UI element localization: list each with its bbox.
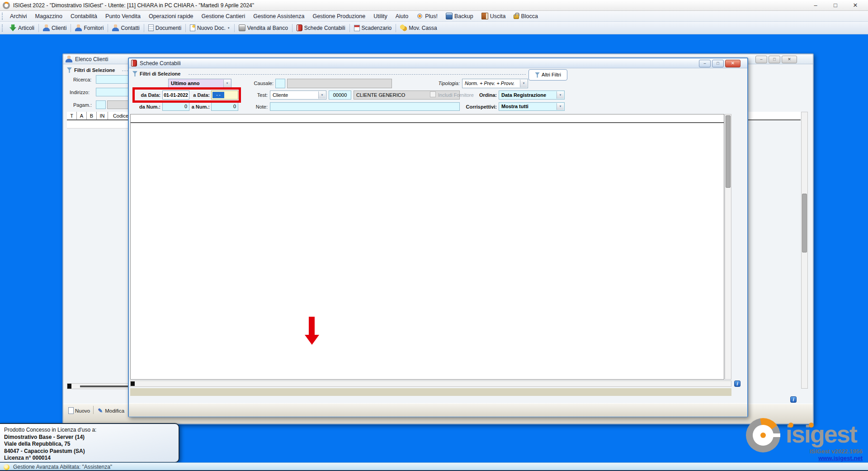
website-link[interactable]: www.isigest.net: [781, 455, 863, 461]
column-header[interactable]: A: [77, 112, 87, 119]
schede-minimize-button[interactable]: –: [699, 60, 711, 67]
chevron-down-icon[interactable]: ▼: [223, 80, 231, 87]
toolbar-fornitori[interactable]: Fornitori: [71, 23, 107, 33]
scrollbar-thumb[interactable]: [726, 115, 731, 188]
chevron-down-icon[interactable]: ▼: [318, 91, 326, 99]
toolbar-items: ArticoliClientiFornitoriContattiDocument…: [6, 23, 441, 33]
menu-aiuto[interactable]: Aiuto: [392, 11, 413, 22]
elenco-nuovo-button[interactable]: Nuovo: [66, 406, 92, 415]
close-button[interactable]: ✕: [845, 0, 865, 10]
main-title-bar: ISIGest 2022 - "Dimostrativo ISIGest" - …: [0, 0, 868, 11]
chevron-down-icon[interactable]: ▼: [520, 80, 527, 87]
toolbar-clienti[interactable]: Clienti: [39, 23, 70, 33]
menu-archivi[interactable]: Archivi: [6, 11, 31, 22]
column-header[interactable]: IN: [97, 112, 108, 119]
info-icon[interactable]: i: [734, 381, 741, 387]
ledger-icon: [131, 60, 137, 67]
schede-title-bar[interactable]: Schede Contabili – □ ✕: [129, 58, 747, 68]
schede-table: [130, 114, 724, 380]
menu-utility[interactable]: Utility: [369, 11, 392, 22]
toolbar-schede-contabili[interactable]: Schede Contabili: [293, 23, 349, 33]
causale-desc: [287, 79, 392, 88]
da-data-input[interactable]: 01-01-2022: [162, 90, 189, 100]
menu-backup[interactable]: Backup: [442, 11, 477, 22]
schede-close-button[interactable]: ✕: [725, 60, 741, 67]
elenco-modifica-button[interactable]: ✎Modifica: [94, 406, 127, 415]
a-data-input[interactable]: - -: [211, 90, 238, 100]
period-select[interactable]: Ultimo anno▼: [168, 79, 231, 88]
ordina-label: Ordina:: [473, 92, 497, 98]
main-toolbar: ArticoliClientiFornitoriContattiDocument…: [0, 22, 868, 34]
schede-maximize-button[interactable]: □: [712, 60, 724, 67]
logo-dot: [788, 423, 793, 428]
selected-text: - -: [212, 92, 224, 98]
scrollbar-line: [80, 385, 131, 387]
maximize-button[interactable]: □: [826, 0, 845, 10]
toolbar-label: Schede Contabili: [304, 25, 345, 31]
filter-icon: [67, 67, 72, 73]
menu-magazzino[interactable]: Magazzino: [31, 11, 66, 22]
toolbar-documenti[interactable]: Documenti: [145, 23, 185, 33]
column-header[interactable]: T: [67, 112, 77, 119]
da-num-input[interactable]: 0: [162, 102, 189, 111]
chevron-down-icon[interactable]: ▼: [557, 91, 564, 99]
license-line: Licenza n° 000014: [4, 455, 174, 462]
pagam-input[interactable]: [96, 100, 106, 109]
a-num-input[interactable]: 0: [211, 102, 238, 111]
divider: [396, 24, 396, 32]
divider: [185, 24, 186, 32]
menu-contabilit[interactable]: Contabilità: [66, 11, 101, 22]
menu-uscita[interactable]: Uscita: [477, 11, 510, 22]
info-icon[interactable]: i: [790, 396, 797, 403]
column-header[interactable]: B: [87, 112, 97, 119]
toolbar-vendita-al-banco[interactable]: Vendita al Banco: [235, 23, 292, 33]
tipologia-select[interactable]: Norm. + Prev. + Provv.▼: [462, 79, 528, 88]
menu-gestione-cantieri[interactable]: Gestione Cantieri: [198, 11, 250, 22]
minimize-button[interactable]: –: [806, 0, 826, 10]
schede-toolbar: [129, 403, 747, 417]
causale-input[interactable]: [275, 79, 285, 88]
toolbar-scadenzario[interactable]: Scadenzario: [350, 23, 396, 33]
vendita-al-banco-icon: [239, 24, 245, 31]
menu-operazioni-rapide[interactable]: Operazioni rapide: [145, 11, 198, 22]
menu-grip: [2, 13, 4, 20]
menu-blocca[interactable]: Blocca: [509, 11, 542, 22]
note-input[interactable]: [270, 102, 460, 111]
ordina-select[interactable]: Data Registrazione▼: [499, 90, 565, 100]
menu-plus[interactable]: Plus!: [412, 11, 442, 22]
scrollbar-thumb[interactable]: [802, 194, 807, 252]
toolbar-label: Nuovo Doc.: [197, 25, 226, 31]
scrollbar-thumb[interactable]: [131, 381, 135, 386]
menu-gestione-produzione[interactable]: Gestione Produzione: [308, 11, 369, 22]
main-window-title: ISIGest 2022 - "Dimostrativo ISIGest" - …: [13, 2, 254, 9]
elenco-minimize-button[interactable]: –: [755, 56, 767, 63]
toolbar-articoli[interactable]: Articoli: [6, 23, 38, 33]
divider: [71, 24, 71, 32]
chevron-down-icon[interactable]: ▼: [557, 103, 564, 110]
elenco-vscrollbar[interactable]: [801, 112, 808, 389]
toolbar-mov-cassa[interactable]: Mov. Cassa: [396, 23, 440, 33]
note-label: Note:: [251, 104, 268, 109]
red-arrow-head: [305, 335, 319, 345]
corrispettivi-select[interactable]: Mostra tutti▼: [499, 102, 565, 111]
divider: [144, 24, 144, 32]
includi-fornitore-checkbox[interactable]: [430, 91, 436, 97]
includi-fornitore-label: Includi Fornitore: [438, 92, 474, 98]
toolbar-contatti[interactable]: Contatti: [108, 23, 143, 33]
schede-hscrollbar[interactable]: [130, 381, 731, 387]
elenco-maximize-button[interactable]: □: [769, 56, 780, 63]
schede-table-header: [131, 114, 724, 123]
test-select[interactable]: Cliente▼: [270, 90, 326, 100]
menu-punto-vendita[interactable]: Punto Vendita: [101, 11, 145, 22]
status-text: Gestione Avanzata Abilitata: "Assistenza…: [13, 464, 112, 470]
contatti-icon: [112, 24, 119, 31]
menu-items: ArchiviMagazzinoContabilitàPunto Vendita…: [6, 11, 542, 22]
test-code-input[interactable]: 00000: [329, 90, 351, 100]
elenco-close-button[interactable]: ✕: [782, 56, 797, 63]
scrollbar-thumb[interactable]: [67, 384, 71, 389]
schede-vscrollbar[interactable]: [725, 114, 731, 380]
toolbar-nuovo-doc[interactable]: Nuovo Doc.▼: [186, 23, 234, 33]
menu-gestione-assistenza[interactable]: Gestione Assistenza: [249, 11, 308, 22]
altri-filtri-button[interactable]: Altri Filtri: [528, 69, 567, 81]
divider: [349, 24, 350, 32]
